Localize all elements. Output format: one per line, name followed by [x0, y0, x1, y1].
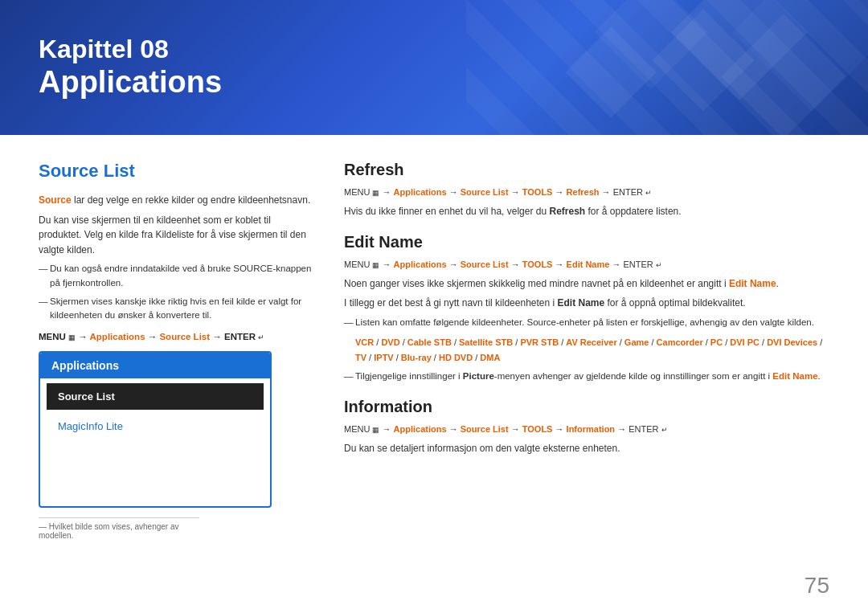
information-section: Information MENU ▦ → Applications → Sour… — [344, 398, 829, 456]
sources-list: VCR / DVD / Cable STB / Satellite STB / … — [355, 337, 822, 362]
bullet2: Skjermen vises kanskje ikke riktig hvis … — [39, 295, 312, 323]
header-title: Kapittel 08 Applications — [39, 34, 222, 101]
edit-name-para1: Noen ganger vises ikke skjermen skikkeli… — [344, 276, 829, 292]
edit-name-para2: I tillegg er det best å gi nytt navn til… — [344, 296, 829, 311]
source-highlight: Source — [39, 194, 72, 206]
left-column: Source List Source lar deg velge en rekk… — [39, 161, 312, 597]
edit-name-section: Edit Name MENU ▦ → Applications → Source… — [344, 233, 829, 383]
para1: Source lar deg velge en rekke kilder og … — [39, 193, 312, 208]
edit-name-menu: MENU ▦ → Applications → Source List → TO… — [344, 258, 829, 272]
chapter-label: Kapittel 08 — [39, 34, 222, 64]
app-source-list-selected: Source List — [47, 383, 264, 410]
information-menu: MENU ▦ → Applications → Source List → TO… — [344, 423, 829, 436]
page-number: 75 — [805, 573, 829, 599]
right-column: Refresh MENU ▦ → Applications → Source L… — [344, 161, 829, 597]
refresh-title: Refresh — [344, 161, 829, 179]
refresh-body: Hvis du ikke finner en enhet du vil ha, … — [344, 204, 829, 219]
app-magicinfo: MagicInfo Lite — [40, 415, 270, 442]
main-content: Source List Source lar deg velge en rekk… — [0, 135, 868, 613]
para2: Du kan vise skjermen til en kildeenhet s… — [39, 213, 312, 258]
app-mockup: Applications Source List MagicInfo Lite — [39, 351, 272, 508]
header-banner: Kapittel 08 Applications — [0, 0, 868, 135]
information-body: Du kan se detaljert informasjon om den v… — [344, 441, 829, 456]
information-title: Information — [344, 398, 829, 416]
edit-name-bullet2: Tilgjengelige innstillinger i Picture-me… — [344, 370, 829, 383]
edit-name-title: Edit Name — [344, 233, 829, 251]
menu-path-left: MENU ▦ → Applications → Source List → EN… — [39, 330, 312, 344]
app-title-label: Applications — [39, 64, 222, 101]
footnote-text: — Hvilket bilde som vises, avhenger av m… — [39, 522, 199, 540]
bullet1: Du kan også endre inndatakilde ved å bru… — [39, 262, 312, 290]
refresh-menu: MENU ▦ → Applications → Source List → TO… — [344, 186, 829, 199]
refresh-section: Refresh MENU ▦ → Applications → Source L… — [344, 161, 829, 219]
app-mockup-header: Applications — [40, 353, 270, 378]
edit-name-bullet1: Listen kan omfatte følgende kildeenheter… — [344, 316, 829, 329]
footnote-area: — Hvilket bilde som vises, avhenger av m… — [39, 517, 199, 540]
source-list-title: Source List — [39, 161, 312, 182]
